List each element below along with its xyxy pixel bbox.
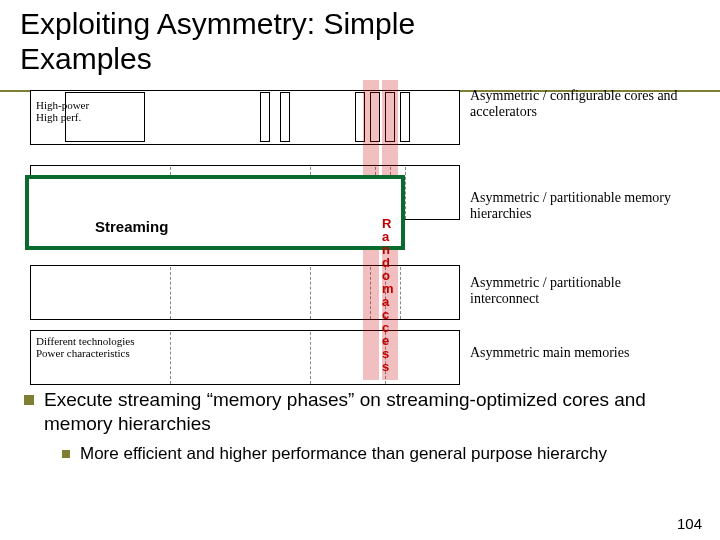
bullet-icon [62,450,70,458]
core-box [260,92,270,142]
body-bullets: Execute streaming “memory phases” on str… [24,388,704,464]
streaming-label: Streaming [95,218,168,235]
architecture-diagram: High-power High perf. Power/performance … [30,80,670,360]
divider [170,267,171,319]
vchar: s [382,360,394,373]
divider [170,332,171,384]
bullet-2-text: More efficient and higher performance th… [80,444,607,464]
ll1-a: High-power [36,99,89,111]
divider [400,267,401,319]
core-box [280,92,290,142]
left-label-high-power: High-power High perf. [36,99,89,123]
bullet-1-text: Execute streaming “memory phases” on str… [44,388,704,436]
random-access-vertical-label: R a n d o m a c c e s s [382,217,394,373]
bullet-icon [24,395,34,405]
diagram-label-main-memory: Asymmetric main memories [470,345,690,361]
slide-number: 104 [677,515,702,532]
title-line-2: Examples [20,42,152,75]
divider [310,332,311,384]
left-label-technologies: Different technologies Power characteris… [36,335,166,359]
slide-title: Exploiting Asymmetry: Simple Examples [20,6,415,77]
title-line-1: Exploiting Asymmetry: Simple [20,7,415,40]
ll1-b: High perf. [36,111,81,123]
divider [310,267,311,319]
streaming-highlight-box [25,175,405,250]
bullet-level-1: Execute streaming “memory phases” on str… [24,388,704,436]
divider [405,167,406,219]
core-box [400,92,410,142]
diagram-label-mem-hierarchy: Asymmetric / partitionable memory hierar… [470,190,690,222]
diagram-label-cores: Asymmetric / configurable cores and acce… [470,88,690,120]
diagram-label-interconnect: Asymmetric / partitionable interconnect [470,275,690,307]
bullet-level-2: More efficient and higher performance th… [62,444,704,464]
